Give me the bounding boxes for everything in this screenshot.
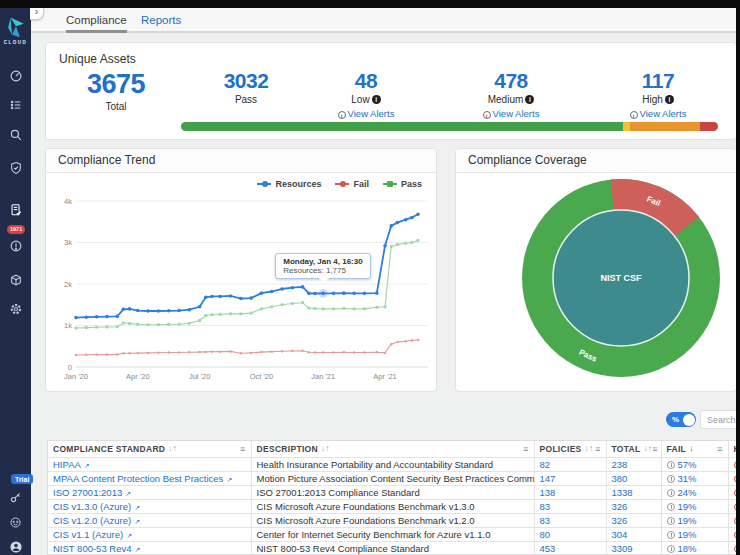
sidebar-item-alerts[interactable]: 1971 [0,233,31,259]
policies-link[interactable]: 80 [540,529,551,540]
marker-fail [396,341,398,343]
cell-fail: 19% [661,527,728,541]
tab-compliance[interactable]: Compliance [66,8,127,33]
hover-point-halo [319,289,328,298]
legend-item-resources[interactable]: Resources [257,179,321,189]
standard-link[interactable]: CIS v1.3.0 (Azure) [53,501,131,512]
policies-link[interactable]: 83 [540,515,551,526]
sort-icon[interactable]: ↓↑ [321,444,330,453]
external-link-icon[interactable]: ↗ [135,546,141,553]
alert-outline-icon: i [338,111,346,119]
coverage-sunburst-chart[interactable]: FailPassNIST CSF [457,175,737,391]
marker-resources [375,291,379,295]
sidebar-item-inventory[interactable] [0,267,31,293]
legend-item-fail[interactable]: Fail [335,179,369,189]
policies-link[interactable]: 147 [540,473,556,484]
trend-chart[interactable]: 01k2k3k4kJan '20Apr '20Jul '20Oct '20Jan… [50,193,430,383]
unique-assets-card: Unique Assets 3675 Total 3032 Pass 48 Lo… [45,42,737,140]
standard-link[interactable]: HIPAA [53,459,81,470]
policies-link[interactable]: 83 [540,501,551,512]
marker-pass [291,302,294,305]
standard-link[interactable]: MPAA Content Protection Best Practices [53,473,223,484]
marker-fail [271,350,273,352]
cell-total: 380 [606,471,661,485]
total-link[interactable]: 1338 [612,487,633,498]
total-link[interactable]: 238 [612,459,628,470]
tabs-bar: Compliance Reports [31,8,737,33]
marker-resources [404,218,408,222]
total-link[interactable]: 380 [612,473,628,484]
tab-reports[interactable]: Reports [141,8,181,33]
table-row: CIS v1.3.0 (Azure)↗CIS Microsoft Azure F… [48,499,737,513]
total-link[interactable]: 326 [612,515,628,526]
sidebar-item-settings[interactable] [0,296,31,322]
sidebar-item-search[interactable] [0,122,31,148]
marker-fail [376,351,378,353]
sidebar-item-support[interactable] [0,509,31,535]
sidebar-item-license[interactable] [0,484,31,510]
sort-icon[interactable]: ↓↑ [168,444,177,453]
standard-link[interactable]: ISO 27001:2013 [53,487,122,498]
percent-toggle[interactable]: % [666,412,696,427]
sidebar-item-dashboard[interactable] [0,63,31,89]
column-menu-icon[interactable]: ≡ [240,444,246,454]
assets-bar-segment-low [623,122,630,131]
search-icon [9,128,23,142]
marker-pass [384,305,387,308]
standard-link[interactable]: CIS v1.2.0 (Azure) [53,515,131,526]
sort-icon[interactable]: ↓ [689,444,693,453]
total-link[interactable]: 326 [612,501,628,512]
legend-label: Pass [401,179,422,189]
external-link-icon[interactable]: ↗ [126,532,132,539]
external-link-icon[interactable]: ↗ [134,518,140,525]
sidebar-item-compliance[interactable] [0,197,31,223]
marker-pass [122,322,125,325]
marker-pass [342,307,345,310]
marker-resources [146,309,150,313]
stat-high: 117 Highi iView Alerts [593,69,723,119]
marker-resources [270,290,274,294]
view-alerts-high-link[interactable]: iView Alerts [593,108,723,119]
external-link-icon[interactable]: ↗ [84,462,90,469]
cell-fail: 24% [661,485,728,499]
marker-pass [260,308,263,311]
sidebar-item-governance[interactable] [0,155,31,181]
sort-icon[interactable]: ↓↑ [585,444,594,453]
external-link-icon[interactable]: ↗ [226,476,232,483]
sidebar-item-profile[interactable] [0,534,31,555]
standard-link[interactable]: NIST 800-53 Rev4 [53,543,132,554]
view-alerts-low-link[interactable]: iView Alerts [301,108,431,119]
info-icon[interactable]: i [372,95,381,104]
standard-link[interactable]: CIS v1.1 (Azure) [53,529,123,540]
fail-percent: 19% [678,501,697,512]
column-menu-icon[interactable]: ≡ [652,444,658,454]
view-alerts-medium-link[interactable]: iView Alerts [446,108,576,119]
column-header-total: TOTAL↓↑≡ [606,441,661,457]
policies-link[interactable]: 82 [540,459,551,470]
search-input[interactable] [700,410,740,429]
sort-icon[interactable]: ↓↑ [644,444,653,453]
alert-count-badge: 1971 [7,225,25,234]
policies-link[interactable]: 453 [540,543,556,554]
column-menu-icon[interactable]: ≡ [595,444,601,454]
external-link-icon[interactable]: ↗ [134,504,140,511]
total-link[interactable]: 3309 [612,543,633,554]
total-link[interactable]: 304 [612,529,628,540]
stat-high-value: 117 [593,69,723,93]
legend-item-pass[interactable]: Pass [383,179,422,189]
external-link-icon[interactable]: ↗ [125,490,131,497]
table-row: NIST 800-53 Rev4↗NIST 800-53 Rev4 Compli… [48,541,737,555]
policies-link[interactable]: 138 [540,487,556,498]
info-icon[interactable]: i [665,95,674,104]
column-menu-icon[interactable]: ≡ [717,444,723,454]
info-icon[interactable]: i [525,95,534,104]
cell-description: CIS Microsoft Azure Foundations Benchmar… [251,513,534,527]
marker-resources [204,295,208,299]
stat-total-value: 3675 [51,69,181,100]
column-menu-icon[interactable]: ≡ [523,444,529,454]
marker-resources [416,212,420,216]
sidebar-item-policies[interactable] [0,92,31,118]
fail-percent: 18% [678,543,697,554]
marker-pass [375,306,378,309]
cell-fail: 18% [661,541,728,555]
